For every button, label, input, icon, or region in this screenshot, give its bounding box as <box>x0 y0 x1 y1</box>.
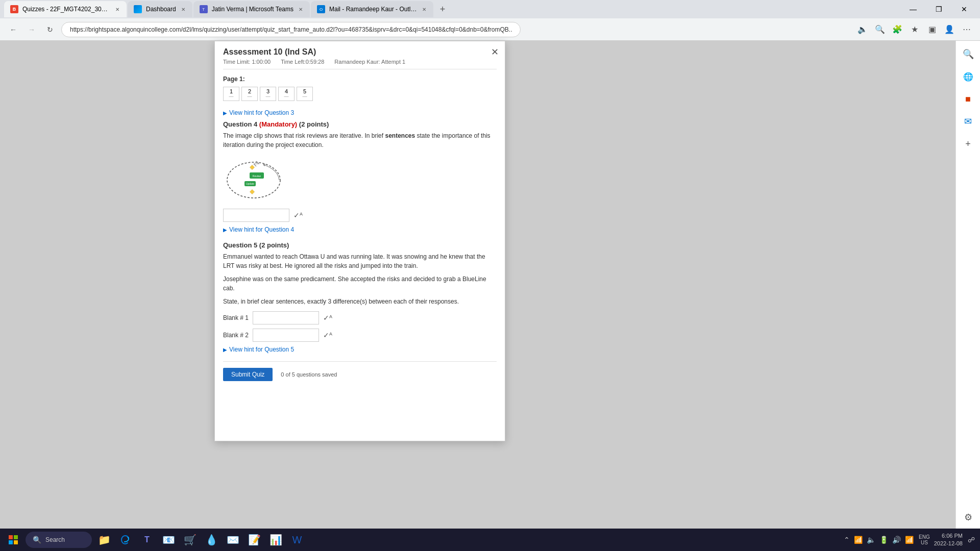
svg-rect-7 <box>9 535 13 539</box>
sidebar-office-icon[interactable]: ■ <box>959 90 977 108</box>
taskbar-word[interactable]: W <box>288 531 306 549</box>
taskbar-edge[interactable] <box>116 531 135 549</box>
hint-q5-arrow-icon: ▶ <box>223 347 227 353</box>
quiz-close-button[interactable]: ✕ <box>491 46 499 58</box>
extensions-icon[interactable]: 🧩 <box>890 22 904 37</box>
tab-close-teams[interactable]: ✕ <box>298 6 304 13</box>
quiz-title: Assessment 10 (Ind SA) <box>223 47 497 57</box>
system-tray: ⌃ 📶 🔈 🔋 🔊 📶 <box>843 535 915 545</box>
profile-icon[interactable]: 👤 <box>942 22 957 37</box>
address-input[interactable] <box>61 22 521 37</box>
q4-answer-input[interactable] <box>223 209 289 222</box>
volume-icon[interactable]: 🔈 <box>866 535 876 545</box>
time-left: Time Left:0:59:28 <box>281 59 324 65</box>
tab-teams[interactable]: T Jatin Verma | Microsoft Teams ✕ <box>193 1 310 17</box>
nav-q4[interactable]: 4— <box>278 87 295 101</box>
tab-dashboard[interactable]: Dashboard ✕ <box>128 1 192 17</box>
back-button[interactable]: ← <box>6 22 20 37</box>
quiz-header: Assessment 10 (Ind SA) Time Limit: 1:00:… <box>215 41 505 69</box>
q5-blank1-input[interactable] <box>253 311 319 324</box>
hint-q3-link[interactable]: ▶ View hint for Question 3 <box>223 109 497 116</box>
quiz-scroll-area[interactable]: ▶ View hint for Question 3 Question 4 (M… <box>215 105 505 437</box>
speaker-icon[interactable]: 🔊 <box>891 535 902 545</box>
battery-icon[interactable]: 🔋 <box>878 535 889 545</box>
network-icon[interactable]: 📶 <box>853 535 864 545</box>
nav-q2[interactable]: 2— <box>241 87 258 101</box>
taskbar-dropbox[interactable]: 💧 <box>202 531 220 549</box>
q5-points: (2 points) <box>259 241 289 249</box>
more-options-icon[interactable]: ⋯ <box>960 22 974 37</box>
taskbar-notes[interactable]: 📝 <box>245 531 263 549</box>
page-label: Page 1: <box>215 73 505 85</box>
taskbar-teams[interactable]: T <box>138 531 156 549</box>
blank2-label: Blank # 2 <box>223 332 249 339</box>
hint-q5-text: View hint for Question 5 <box>229 346 294 353</box>
sidebar-add-icon[interactable]: + <box>959 135 977 153</box>
q5-blank2-input[interactable] <box>253 329 319 342</box>
wifi-icon[interactable]: 📶 <box>904 535 915 545</box>
svg-marker-6 <box>250 189 255 194</box>
taskbar-mail[interactable]: ✉️ <box>224 531 242 549</box>
diagram-area: Review Update <box>223 155 284 201</box>
quiz-body: Page 1: 1— 2— 3— 4— 5— ▶ View hint for Q… <box>215 69 505 441</box>
tab-title-teams: Jatin Verma | Microsoft Teams <box>212 6 293 13</box>
close-button[interactable]: ✕ <box>952 1 976 17</box>
tab-close-mail[interactable]: ✕ <box>421 6 427 13</box>
tab-close-dashboard[interactable]: ✕ <box>180 6 186 13</box>
time-limit: Time Limit: 1:00:00 <box>223 59 271 65</box>
taskbar-outlook[interactable]: 📧 <box>159 531 178 549</box>
taskbar-file-explorer[interactable]: 📁 <box>95 531 113 549</box>
taskbar-amazon[interactable]: 🛒 <box>181 531 199 549</box>
sidebar-search-icon[interactable]: 🔍 <box>959 45 977 63</box>
favorites-icon[interactable]: ★ <box>908 22 922 37</box>
hint-q5-link[interactable]: ▶ View hint for Question 5 <box>223 346 497 353</box>
svg-rect-10 <box>14 540 18 544</box>
new-tab-button[interactable]: + <box>434 1 451 17</box>
q5-blank1-spellcheck-icon[interactable]: ✓ᴬ <box>323 314 332 322</box>
hint-q4-text: View hint for Question 4 <box>229 226 294 233</box>
hint-q3-text: View hint for Question 3 <box>229 109 294 116</box>
q5-blank2-spellcheck-icon[interactable]: ✓ᴬ <box>323 331 332 339</box>
nav-q3[interactable]: 3— <box>260 87 276 101</box>
sidebar-web-icon[interactable]: 🌐 <box>959 67 977 86</box>
tab-favicon-dashboard <box>134 5 142 13</box>
collections-icon[interactable]: ▣ <box>925 22 939 37</box>
question-5-text1: Emmanuel wanted to reach Ottawa U and wa… <box>223 252 497 270</box>
read-aloud-icon[interactable]: 🔈 <box>855 22 870 37</box>
taskbar-project[interactable]: 📊 <box>266 531 285 549</box>
question-5-title: Question 5 (2 points) <box>223 241 497 249</box>
tab-title-quizzes: Quizzes - 22F_MGT4202_300 Pro... <box>22 6 110 13</box>
question-5-text2: Josephine was on the same predicament. S… <box>223 274 497 293</box>
forward-button[interactable]: → <box>24 22 39 37</box>
taskbar-search-text: Search <box>45 536 65 543</box>
system-clock[interactable]: 6:06 PM 2022-12-08 <box>934 532 963 548</box>
q4-spellcheck-icon[interactable]: ✓ᴬ <box>293 211 303 219</box>
q5-blank1-row: Blank # 1 ✓ᴬ <box>223 311 497 324</box>
tab-quizzes[interactable]: B Quizzes - 22F_MGT4202_300 Pro... ✕ <box>4 1 127 17</box>
tab-close-quizzes[interactable]: ✕ <box>114 6 120 13</box>
svg-text:Review: Review <box>253 174 261 178</box>
clock-time: 6:06 PM <box>934 532 963 540</box>
browser-search-icon[interactable]: 🔍 <box>873 22 887 37</box>
tab-mail[interactable]: O Mail - Ramandeep Kaur - Outloo... ✕ <box>311 1 433 17</box>
reload-button[interactable]: ↻ <box>43 22 57 37</box>
notifications-icon[interactable]: ☍ <box>967 535 976 545</box>
sidebar-settings-icon[interactable]: ⚙ <box>959 508 977 527</box>
svg-rect-9 <box>9 540 13 544</box>
start-button[interactable] <box>4 531 22 549</box>
toolbar-icons: 🔈 🔍 🧩 ★ ▣ 👤 ⋯ <box>855 22 974 37</box>
nav-q1[interactable]: 1— <box>223 87 239 101</box>
question-5-text3: State, in brief clear sentences, exactly… <box>223 297 497 306</box>
q5-blank2-row: Blank # 2 ✓ᴬ <box>223 329 497 342</box>
language-indicator[interactable]: ENG US <box>919 534 930 545</box>
q4-mandatory: (Mandatory) <box>259 120 297 128</box>
minimize-button[interactable]: — <box>901 1 925 17</box>
hint-q4-link[interactable]: ▶ View hint for Question 4 <box>223 226 497 233</box>
submit-quiz-button[interactable]: Submit Quiz <box>223 368 273 381</box>
sidebar-outlook-icon[interactable]: ✉ <box>959 112 977 131</box>
chevron-icon[interactable]: ⌃ <box>843 535 851 545</box>
nav-q5[interactable]: 5— <box>297 87 313 101</box>
restore-button[interactable]: ❒ <box>927 1 950 17</box>
svg-marker-5 <box>250 165 255 170</box>
taskbar-search-bar[interactable]: 🔍 Search <box>26 532 92 548</box>
